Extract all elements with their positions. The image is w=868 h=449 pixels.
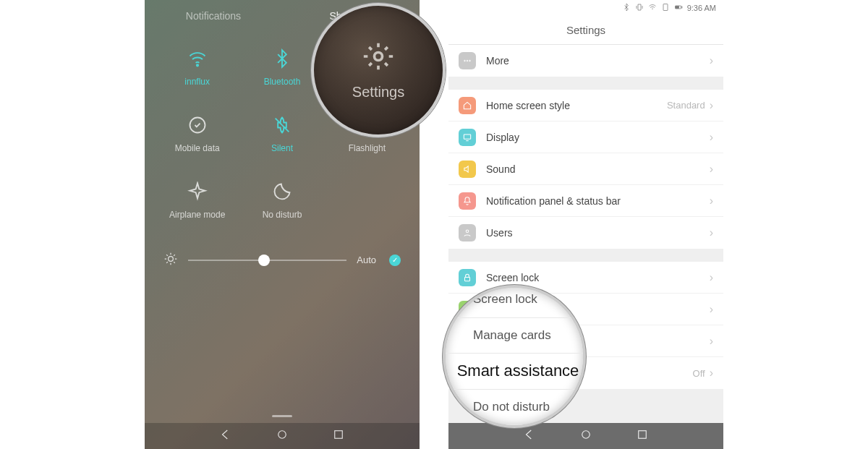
status-time: 9:36 AM <box>687 4 716 12</box>
svg-point-10 <box>464 60 466 61</box>
callout-line-main: Smart assistance <box>446 354 583 390</box>
settings-row-label: Home screen style <box>486 100 667 111</box>
wifi-status-icon <box>648 3 657 13</box>
settings-row-value: Standard <box>667 100 705 111</box>
settings-row-notif[interactable]: Notification panel & status bar› <box>448 185 723 217</box>
svg-rect-13 <box>464 134 470 138</box>
svg-point-12 <box>469 60 471 61</box>
chevron-right-icon: › <box>710 335 713 348</box>
callout-settings: Settings <box>311 3 446 137</box>
chevron-right-icon: › <box>710 54 713 67</box>
android-navbar <box>145 423 420 449</box>
tab-notifications[interactable]: Notifications <box>145 10 282 30</box>
callout-settings-label: Settings <box>352 84 404 101</box>
sim-status-icon <box>661 3 670 13</box>
settings-row-label: Notification panel & status bar <box>486 195 710 207</box>
toggle-dnd[interactable]: No disturb <box>239 181 324 220</box>
svg-point-3 <box>169 257 174 262</box>
toggle-label: Flashlight <box>349 143 386 153</box>
settings-row-label: Screen lock <box>486 272 710 283</box>
home-icon <box>459 97 476 114</box>
sound-icon <box>459 161 476 178</box>
svg-rect-5 <box>335 431 343 439</box>
settings-group: Home screen styleStandard›Display›Sound›… <box>448 90 723 249</box>
chevron-right-icon: › <box>710 367 713 380</box>
nav-recent-icon[interactable] <box>636 428 649 444</box>
nav-back-icon[interactable] <box>219 428 232 444</box>
chevron-right-icon: › <box>710 226 713 239</box>
toggle-label: Bluetooth <box>264 77 301 87</box>
nav-home-icon[interactable] <box>276 428 289 444</box>
silent-icon <box>271 114 293 136</box>
vibrate-status-icon <box>635 3 644 13</box>
svg-rect-15 <box>465 277 470 281</box>
brightness-row: Auto ✓ <box>145 227 420 268</box>
gear-icon <box>362 40 394 72</box>
more-icon <box>459 52 476 69</box>
settings-group: More› <box>448 45 723 77</box>
brightness-slider[interactable] <box>188 260 346 261</box>
notif-icon <box>459 192 476 210</box>
auto-brightness-label: Auto <box>357 255 376 265</box>
toggle-silent[interactable]: Silent <box>239 114 324 153</box>
bluetooth-status-icon <box>622 3 631 13</box>
shade-handle[interactable] <box>272 415 292 417</box>
android-navbar <box>448 423 723 449</box>
chevron-right-icon: › <box>710 271 713 284</box>
toggle-wifi[interactable]: innflux <box>155 48 239 87</box>
toggle-label: innflux <box>184 77 210 87</box>
nav-back-icon[interactable] <box>523 428 536 444</box>
toggle-label: Silent <box>271 143 293 153</box>
settings-row-more[interactable]: More› <box>448 45 723 77</box>
callout-smart-inner: Screen lock Manage cards Smart assistanc… <box>446 288 583 425</box>
mobiledata-icon <box>187 114 208 136</box>
battery-status-icon <box>674 3 683 13</box>
nav-home-icon[interactable] <box>579 428 592 444</box>
chevron-right-icon: › <box>710 131 713 144</box>
chevron-right-icon: › <box>710 99 713 112</box>
settings-row-label: Sound <box>486 163 710 175</box>
settings-row-home[interactable]: Home screen styleStandard› <box>448 90 723 121</box>
svg-rect-19 <box>639 431 647 439</box>
settings-title: Settings <box>566 24 605 36</box>
chevron-right-icon: › <box>710 303 713 316</box>
svg-point-0 <box>196 64 197 66</box>
dnd-icon <box>271 181 293 202</box>
brightness-thumb[interactable] <box>258 255 270 266</box>
callout-line: Manage cards <box>446 318 583 354</box>
settings-row-label: Display <box>486 132 710 143</box>
toggle-label: No disturb <box>263 210 302 220</box>
display-icon <box>459 129 476 146</box>
bluetooth-icon <box>271 48 293 69</box>
chevron-right-icon: › <box>710 163 713 176</box>
brightness-icon <box>163 252 178 268</box>
svg-rect-9 <box>676 7 679 9</box>
settings-row-value: Off <box>693 368 705 379</box>
toggle-label: Airplane mode <box>169 210 225 220</box>
settings-row-display[interactable]: Display› <box>448 121 723 153</box>
settings-row-users[interactable]: Users› <box>448 217 723 249</box>
chevron-right-icon: › <box>710 194 713 208</box>
nav-recent-icon[interactable] <box>332 428 345 444</box>
airplane-icon <box>187 181 208 202</box>
settings-row-label: More <box>486 55 710 67</box>
svg-point-11 <box>467 60 468 61</box>
svg-point-20 <box>375 52 383 60</box>
auto-brightness-checkbox[interactable]: ✓ <box>389 255 401 266</box>
toggle-airplane[interactable]: Airplane mode <box>155 181 239 220</box>
svg-rect-8 <box>681 7 682 8</box>
toggle-mobiledata[interactable]: Mobile data <box>155 114 239 153</box>
svg-point-4 <box>278 431 286 439</box>
status-bar: 9:36 AM <box>448 0 723 16</box>
callout-smart-assistance: Screen lock Manage cards Smart assistanc… <box>443 285 586 428</box>
wifi-icon <box>187 48 208 69</box>
users-icon <box>459 224 476 241</box>
settings-row-label: Users <box>486 227 710 239</box>
settings-header: Settings <box>448 16 723 45</box>
lock-icon <box>459 269 476 286</box>
toggle-label: Mobile data <box>175 143 220 153</box>
svg-point-18 <box>582 431 590 439</box>
svg-point-14 <box>466 230 469 233</box>
settings-row-sound[interactable]: Sound› <box>448 153 723 185</box>
svg-rect-6 <box>663 4 668 11</box>
